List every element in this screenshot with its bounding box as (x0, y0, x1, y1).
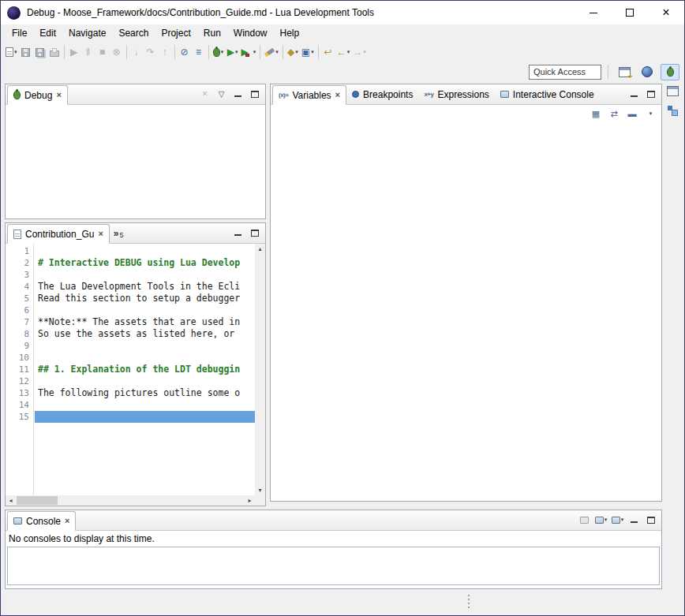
step-into-button[interactable]: ↓ (129, 43, 144, 61)
close-tab-icon[interactable]: × (56, 91, 61, 99)
terminate-button[interactable]: ■ (95, 43, 110, 61)
code-area[interactable]: # Interactive DEBUG using Lua Develop Th… (35, 244, 255, 495)
view-menu-button[interactable]: ▽ (214, 87, 229, 102)
minimize-view-button[interactable] (627, 87, 642, 102)
minimize-view-button[interactable] (627, 513, 642, 528)
suspend-button[interactable]: ‖ (81, 43, 95, 61)
console-view-header: Console × ▾ ▾ (6, 510, 661, 531)
tab-expressions[interactable]: x+y Expressions (418, 84, 494, 104)
show-type-names-button[interactable]: ▦ (588, 106, 604, 121)
console-text-area[interactable] (7, 547, 660, 585)
tab-contribution-guide[interactable]: Contribution_Gu × (7, 224, 110, 244)
debug-button[interactable]: ▾ (211, 43, 226, 61)
disconnect-icon: ⊗ (112, 47, 120, 57)
menu-help[interactable]: Help (274, 25, 306, 41)
console-message: No consoles to display at this time. (6, 531, 661, 544)
code-line: Read this section to setup a debugger (35, 293, 255, 304)
display-console-button[interactable]: ▾ (593, 513, 608, 528)
maximize-view-button[interactable] (643, 87, 658, 102)
scroll-down-icon[interactable]: ▾ (255, 485, 265, 495)
tab-debug[interactable]: Debug × (7, 85, 68, 105)
line-number: 3 (6, 269, 29, 281)
scroll-right-icon[interactable]: ▸ (245, 495, 255, 506)
step-over-icon: ↷ (146, 47, 154, 57)
menu-run[interactable]: Run (197, 25, 227, 41)
skip-all-breakpoints-button[interactable]: ⊘ (178, 43, 192, 61)
debug-perspective-button[interactable] (661, 64, 679, 80)
close-tab-icon[interactable]: × (98, 230, 103, 238)
pin-console-button[interactable] (577, 513, 592, 528)
hidden-editors-chevron[interactable]: » 5 (110, 223, 128, 243)
quick-access-input[interactable] (529, 65, 601, 80)
menu-search[interactable]: Search (112, 25, 155, 41)
run-button[interactable]: ▶▾ (226, 43, 240, 61)
app-icon (7, 6, 21, 20)
variables-view-menu-button[interactable]: ▾ (642, 106, 658, 121)
use-step-filters-button[interactable]: ≡ (192, 43, 206, 61)
horizontal-scrollbar[interactable]: ◂ ▸ (6, 495, 255, 506)
hidden-editors-count: 5 (120, 231, 124, 239)
new-document-icon (6, 47, 13, 57)
close-window-button[interactable]: × (648, 1, 684, 24)
menu-edit[interactable]: Edit (33, 25, 62, 41)
step-over-button[interactable]: ↷ (144, 43, 158, 61)
maximize-window-button[interactable] (612, 1, 648, 24)
debug-view-body[interactable] (6, 105, 265, 218)
external-tools-button[interactable]: ▶▾ (240, 43, 258, 61)
open-perspective-button[interactable] (615, 64, 634, 80)
save-button[interactable] (19, 43, 33, 61)
menu-navigate[interactable]: Navigate (62, 25, 112, 41)
maximize-view-button[interactable] (643, 513, 658, 528)
step-return-button[interactable]: ↑ (158, 43, 172, 61)
variables-view-body[interactable] (271, 122, 661, 501)
console-icon (13, 517, 22, 525)
last-edit-location-button[interactable]: ↩ (321, 43, 335, 61)
dropdown-caret-icon: ▾ (605, 517, 608, 523)
back-arrow-icon: ← (337, 47, 346, 57)
vertical-scrollbar[interactable]: ▴ ▾ (255, 244, 265, 495)
minimize-view-button[interactable] (230, 87, 245, 102)
code-line-cursor (35, 411, 255, 423)
back-button[interactable]: ←▾ (335, 43, 352, 61)
open-element-button[interactable]: ◆▾ (286, 43, 300, 61)
minimize-view-button[interactable] (230, 226, 245, 241)
statusbar-drag-handle[interactable] (468, 595, 470, 608)
scrollbar-thumb[interactable] (17, 496, 58, 505)
print-button[interactable] (47, 43, 62, 61)
open-resource-button[interactable]: ▣▾ (300, 43, 316, 61)
close-tab-icon[interactable]: × (65, 517, 69, 525)
forward-button[interactable]: →▾ (351, 43, 368, 61)
open-console-button[interactable]: ▾ (610, 513, 625, 528)
scroll-up-icon[interactable]: ▴ (255, 244, 265, 254)
line-number-ruler[interactable]: 1 2 3 4 5 6 7 8 9 10 11 12 13 14 15 (6, 244, 34, 495)
save-all-button[interactable] (33, 43, 47, 61)
remove-terminated-button[interactable]: × (197, 87, 212, 102)
menu-file[interactable]: File (6, 25, 33, 41)
menu-project[interactable]: Project (155, 25, 197, 41)
tab-variables[interactable]: (x)= Variables × (272, 85, 346, 105)
tab-console[interactable]: Console × (7, 511, 76, 531)
restore-view-icon[interactable] (667, 86, 679, 96)
editor-controls (230, 222, 265, 243)
save-all-icon (36, 48, 44, 57)
close-tab-icon[interactable]: × (335, 91, 340, 99)
maximize-view-button[interactable] (247, 87, 262, 102)
minimized-view-stack-icon[interactable] (668, 106, 678, 116)
code-line: The Lua Development Tools in the Ecli (35, 281, 255, 293)
disconnect-button[interactable]: ⊗ (110, 43, 124, 61)
toolbox-icon (245, 54, 249, 57)
minimize-window-button[interactable] (575, 1, 612, 24)
resume-button[interactable]: ▶ (67, 43, 81, 61)
search-button[interactable]: ▾ (263, 43, 280, 61)
new-wizard-button[interactable]: ▾ (4, 43, 19, 61)
maximize-view-button[interactable] (247, 226, 262, 241)
menu-window[interactable]: Window (227, 25, 274, 41)
collapse-all-button[interactable]: ▬ (624, 106, 640, 121)
code-line (35, 304, 255, 316)
scroll-left-icon[interactable]: ◂ (6, 495, 16, 506)
code-line (35, 352, 255, 364)
lua-perspective-button[interactable] (638, 64, 657, 80)
tab-breakpoints[interactable]: Breakpoints (346, 84, 418, 104)
watch-expression-button[interactable]: ⇄ (606, 106, 622, 121)
tab-interactive-console[interactable]: Interactive Console (495, 84, 600, 104)
